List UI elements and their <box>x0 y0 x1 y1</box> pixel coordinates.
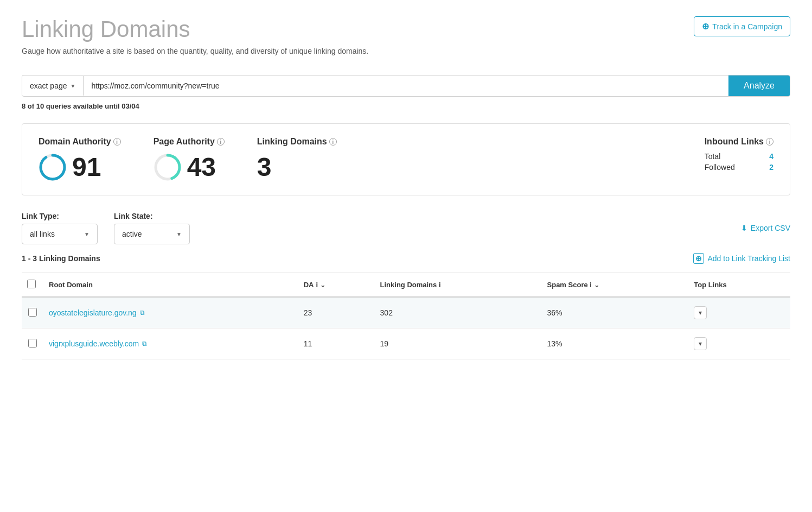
domain-authority-block: Domain Authority i 91 <box>39 137 121 182</box>
top-links-dropdown-button[interactable]: ▾ <box>694 337 707 350</box>
row-da: 11 <box>298 328 375 359</box>
th-spam-score: Spam Score i ⌄ <box>542 273 689 298</box>
th-root-domain: Root Domain <box>43 273 298 298</box>
row-checkbox[interactable] <box>28 339 37 347</box>
inbound-total-value: 4 <box>769 152 773 161</box>
row-linking-domains: 302 <box>375 297 542 328</box>
sort-arrow-ss-icon[interactable]: ⌄ <box>594 281 599 289</box>
search-bar: exact page ▼ Analyze <box>22 75 790 97</box>
track-campaign-button[interactable]: ⊕ Track in a Campaign <box>694 16 790 36</box>
track-campaign-label: Track in a Campaign <box>712 22 782 31</box>
domain-authority-gauge <box>39 153 67 181</box>
chevron-down-icon-lt: ▼ <box>84 231 89 237</box>
metrics-card: Domain Authority i 91 Page Authority i <box>22 123 790 195</box>
info-icon[interactable]: i <box>113 138 121 146</box>
row-top-links: ▾ <box>688 297 790 328</box>
page-authority-title: Page Authority i <box>154 137 225 147</box>
table-row: vigrxplusguide.weebly.com ⧉ 11 19 13% ▾ <box>22 328 790 359</box>
domain-link[interactable]: oyostatelegislature.gov.ng ⧉ <box>49 308 293 317</box>
sort-arrow-icon[interactable]: ⌄ <box>320 281 325 289</box>
linking-domains-block: Linking Domains i 3 <box>257 137 337 182</box>
download-icon: ⬇ <box>741 224 747 232</box>
link-type-filter: Link Type: all links ▼ <box>22 212 98 244</box>
filters-row: Link Type: all links ▼ Link State: activ… <box>22 212 790 244</box>
row-linking-domains: 19 <box>375 328 542 359</box>
th-linking-domains: Linking Domains i <box>375 273 542 298</box>
info-icon-ss-col[interactable]: i <box>590 281 592 289</box>
export-label: Export CSV <box>751 224 790 232</box>
queries-info: 8 of 10 queries available until 03/04 <box>22 102 790 110</box>
link-type-dropdown[interactable]: all links ▼ <box>22 224 98 244</box>
row-checkbox-cell <box>22 328 43 359</box>
link-state-label: Link State: <box>114 212 190 220</box>
url-input[interactable] <box>84 76 728 96</box>
results-row: 1 - 3 Linking Domains ⊕ Add to Link Trac… <box>22 253 790 264</box>
analyze-button[interactable]: Analyze <box>728 75 790 96</box>
th-top-links: Top Links <box>688 273 790 298</box>
link-type-value: all links <box>30 230 55 238</box>
table-row: oyostatelegislature.gov.ng ⧉ 23 302 36% … <box>22 297 790 328</box>
plus-icon: ⊕ <box>702 21 709 31</box>
inbound-links-table: Total 4 Followed 2 <box>705 152 773 174</box>
domain-name: oyostatelegislature.gov.ng <box>49 308 137 317</box>
inbound-followed-value: 2 <box>769 163 773 172</box>
linking-domains-value: 3 <box>257 152 272 182</box>
info-icon-ld-col[interactable]: i <box>439 281 441 289</box>
add-to-tracking-button[interactable]: ⊕ Add to Link Tracking List <box>693 253 790 264</box>
link-state-value: active <box>122 230 142 238</box>
th-da: DA i ⌄ <box>298 273 375 298</box>
top-links-dropdown-button[interactable]: ▾ <box>694 306 707 319</box>
results-count: 1 - 3 Linking Domains <box>22 254 100 263</box>
row-spam-score: 36% <box>542 297 689 328</box>
inbound-links-title: Inbound Links i <box>705 137 773 147</box>
svg-point-1 <box>41 155 65 179</box>
chevron-down-icon: ▼ <box>71 83 76 89</box>
scope-dropdown[interactable]: exact page ▼ <box>22 76 84 96</box>
domain-authority-title: Domain Authority i <box>39 137 121 147</box>
info-icon-da-col[interactable]: i <box>316 281 318 289</box>
page-title: Linking Domains <box>22 16 694 42</box>
link-type-label: Link Type: <box>22 212 98 220</box>
page-authority-value: 43 <box>187 152 216 182</box>
export-csv-button[interactable]: ⬇ Export CSV <box>741 224 790 232</box>
scope-label: exact page <box>30 81 67 90</box>
row-checkbox-cell <box>22 297 43 328</box>
page-authority-gauge <box>154 153 182 181</box>
row-top-links: ▾ <box>688 328 790 359</box>
analyze-label: Analyze <box>744 81 775 90</box>
plus-square-icon: ⊕ <box>693 253 704 264</box>
row-spam-score: 13% <box>542 328 689 359</box>
link-state-filter: Link State: active ▼ <box>114 212 190 244</box>
info-icon-il[interactable]: i <box>766 138 773 146</box>
link-state-dropdown[interactable]: active ▼ <box>114 224 190 244</box>
page-subtitle: Gauge how authoritative a site is based … <box>22 47 694 55</box>
domain-authority-value: 91 <box>72 152 101 182</box>
page-authority-block: Page Authority i 43 <box>154 137 225 182</box>
info-icon-ld[interactable]: i <box>329 138 337 146</box>
inbound-links-block: Inbound Links i Total 4 Followed 2 <box>705 137 773 174</box>
domain-link[interactable]: vigrxplusguide.weebly.com ⧉ <box>49 339 293 348</box>
linking-domains-table: Root Domain DA i ⌄ Linking Domains i Spa… <box>22 273 790 359</box>
row-da: 23 <box>298 297 375 328</box>
select-all-checkbox[interactable] <box>27 280 36 288</box>
table-header: Root Domain DA i ⌄ Linking Domains i Spa… <box>22 273 790 298</box>
row-domain: vigrxplusguide.weebly.com ⧉ <box>43 328 298 359</box>
inbound-total-label: Total <box>705 152 721 161</box>
inbound-followed-label: Followed <box>705 163 735 172</box>
row-domain: oyostatelegislature.gov.ng ⧉ <box>43 297 298 328</box>
external-link-icon: ⧉ <box>142 340 147 347</box>
row-checkbox[interactable] <box>28 308 37 317</box>
th-checkbox <box>22 273 43 298</box>
domain-name: vigrxplusguide.weebly.com <box>49 339 139 348</box>
add-tracking-label: Add to Link Tracking List <box>707 254 790 263</box>
chevron-down-icon-ls: ▼ <box>176 231 182 237</box>
info-icon-pa[interactable]: i <box>217 138 225 146</box>
external-link-icon: ⧉ <box>140 309 145 317</box>
linking-domains-title: Linking Domains i <box>257 137 337 147</box>
